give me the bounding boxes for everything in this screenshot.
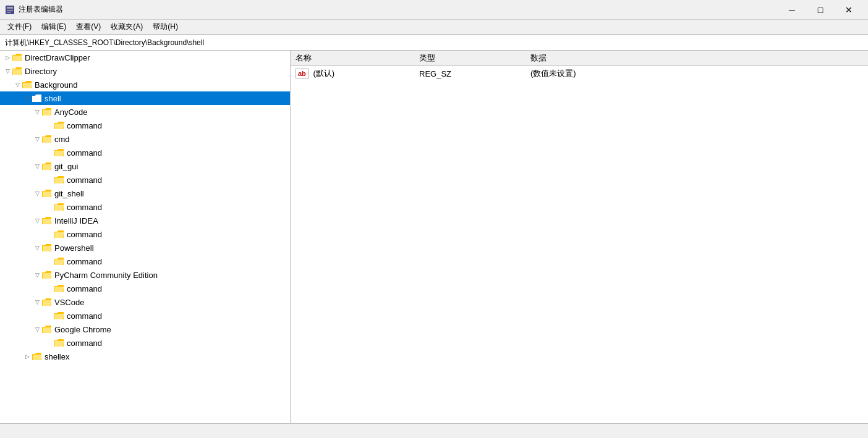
folder-icon xyxy=(54,230,64,238)
tree-label: command xyxy=(67,339,102,348)
col-name[interactable]: 名称 xyxy=(291,51,414,66)
data-cell: (数值未设置) xyxy=(525,66,868,82)
tree-item-powershell[interactable]: ▽ Powershell xyxy=(0,241,290,255)
folder-icon xyxy=(42,107,52,116)
folder-icon xyxy=(32,352,42,361)
maximize-button[interactable]: □ xyxy=(806,0,835,20)
tree-item-git-gui[interactable]: ▽ git_gui xyxy=(0,159,290,173)
tree-item-anycode[interactable]: ▽ AnyCode xyxy=(0,105,290,119)
col-type[interactable]: 类型 xyxy=(414,51,525,66)
tree-item-git-shell-command[interactable]: command xyxy=(0,200,290,214)
expand-icon[interactable]: ▽ xyxy=(22,93,32,103)
tree-label: AnyCode xyxy=(54,107,87,117)
folder-icon xyxy=(22,80,32,89)
address-path: 计算机\HKEY_CLASSES_ROOT\Directory\Backgrou… xyxy=(5,38,204,48)
expand-icon[interactable]: ▽ xyxy=(32,270,42,280)
expand-icon[interactable]: ▽ xyxy=(32,161,42,171)
table-row[interactable]: ab (默认) REG_SZ (数值未设置) xyxy=(291,66,868,82)
value-name: (默认) xyxy=(313,69,334,78)
tree-label: shellex xyxy=(45,352,69,361)
folder-icon xyxy=(42,271,52,279)
tree-item-googlechrome-command[interactable]: command xyxy=(0,336,290,350)
col-data[interactable]: 数据 xyxy=(525,51,868,66)
tree-item-directory[interactable]: ▽ Directory xyxy=(0,64,290,78)
registry-table: 名称 类型 数据 ab (默认) REG_SZ (数值未设置) xyxy=(291,51,868,81)
folder-icon xyxy=(54,175,64,184)
folder-icon xyxy=(54,148,64,157)
folder-icon xyxy=(54,284,64,293)
status-bar xyxy=(0,423,868,438)
tree-item-vscode[interactable]: ▽ VSCode xyxy=(0,295,290,309)
tree-item-cmd-command[interactable]: command xyxy=(0,146,290,159)
menu-edit[interactable]: 编辑(E) xyxy=(36,20,71,33)
type-cell: REG_SZ xyxy=(414,66,525,82)
menu-view[interactable]: 查看(V) xyxy=(71,20,106,33)
tree-item-cmd[interactable]: ▽ cmd xyxy=(0,132,290,146)
tree-label: Powershell xyxy=(54,243,94,253)
folder-icon xyxy=(42,325,52,334)
expand-icon[interactable]: ▽ xyxy=(12,80,22,90)
folder-icon xyxy=(54,311,64,320)
tree-label: command xyxy=(67,257,102,266)
tree-item-powershell-command[interactable]: command xyxy=(0,255,290,268)
expand-icon[interactable]: ▽ xyxy=(32,107,42,117)
tree-item-vscode-command[interactable]: command xyxy=(0,309,290,322)
folder-icon xyxy=(54,339,64,347)
folder-icon xyxy=(32,94,42,103)
tree-item-pycharm-command[interactable]: command xyxy=(0,282,290,295)
ab-icon: ab xyxy=(296,69,308,78)
tree-label: command xyxy=(67,203,102,212)
menu-file[interactable]: 文件(F) xyxy=(2,20,36,33)
expand-icon[interactable]: ▽ xyxy=(32,188,42,198)
menu-help[interactable]: 帮助(H) xyxy=(148,20,183,33)
name-cell: ab (默认) xyxy=(291,66,414,82)
svg-rect-2 xyxy=(7,10,13,11)
tree-panel[interactable]: ▷ DirectDrawClipper ▽ Directory xyxy=(0,51,291,423)
folder-icon xyxy=(42,243,52,252)
tree-item-intellij-command[interactable]: command xyxy=(0,227,290,241)
close-button[interactable]: ✕ xyxy=(835,0,863,20)
folder-icon xyxy=(12,67,22,75)
tree-label: IntelliJ IDEA xyxy=(54,216,98,225)
expand-icon[interactable]: ▽ xyxy=(32,297,42,307)
tree-label: command xyxy=(67,121,102,130)
tree-label: shell xyxy=(45,94,61,103)
tree-item-anycode-command[interactable]: command xyxy=(0,119,290,132)
menu-favorites[interactable]: 收藏夹(A) xyxy=(106,20,148,33)
svg-rect-3 xyxy=(7,12,11,13)
tree-item-directdrawclipper[interactable]: ▷ DirectDrawClipper xyxy=(0,51,290,64)
folder-icon xyxy=(42,189,52,198)
folder-icon xyxy=(42,298,52,306)
expand-icon[interactable]: ▽ xyxy=(32,243,42,253)
tree-item-pycharm[interactable]: ▽ PyCharm Community Edition xyxy=(0,268,290,282)
tree-item-background[interactable]: ▽ Background xyxy=(0,78,290,91)
tree-item-googlechrome[interactable]: ▽ Google Chrome xyxy=(0,322,290,336)
tree-label: git_gui xyxy=(54,162,78,171)
tree-item-git-shell[interactable]: ▽ git_shell xyxy=(0,187,290,200)
tree-label: git_shell xyxy=(54,189,84,198)
minimize-button[interactable]: ─ xyxy=(778,0,806,20)
tree-item-shellex[interactable]: ▷ shellex xyxy=(0,350,290,363)
menu-bar: 文件(F) 编辑(E) 查看(V) 收藏夹(A) 帮助(H) xyxy=(0,20,868,35)
expand-icon[interactable]: ▷ xyxy=(22,352,32,361)
tree-label: Directory xyxy=(25,67,57,76)
folder-icon xyxy=(54,257,64,266)
tree-label: command xyxy=(67,284,102,293)
tree-item-intellij[interactable]: ▽ IntelliJ IDEA xyxy=(0,214,290,227)
folder-icon xyxy=(12,53,22,62)
expand-icon[interactable]: ▽ xyxy=(32,324,42,334)
address-bar: 计算机\HKEY_CLASSES_ROOT\Directory\Backgrou… xyxy=(0,35,868,51)
expand-icon[interactable]: ▽ xyxy=(32,216,42,225)
expand-icon[interactable]: ▽ xyxy=(32,134,42,144)
tree-item-git-gui-command[interactable]: command xyxy=(0,173,290,187)
tree-label: Background xyxy=(35,80,77,90)
tree-label: command xyxy=(67,311,102,321)
folder-icon xyxy=(54,203,64,211)
expand-icon[interactable]: ▷ xyxy=(2,53,12,62)
tree-item-shell[interactable]: ▽ shell xyxy=(0,91,290,105)
tree-label: command xyxy=(67,175,102,185)
tree-label: DirectDrawClipper xyxy=(25,53,90,62)
tree-label: command xyxy=(67,148,102,158)
expand-icon[interactable]: ▽ xyxy=(2,66,12,76)
folder-icon xyxy=(42,135,52,143)
